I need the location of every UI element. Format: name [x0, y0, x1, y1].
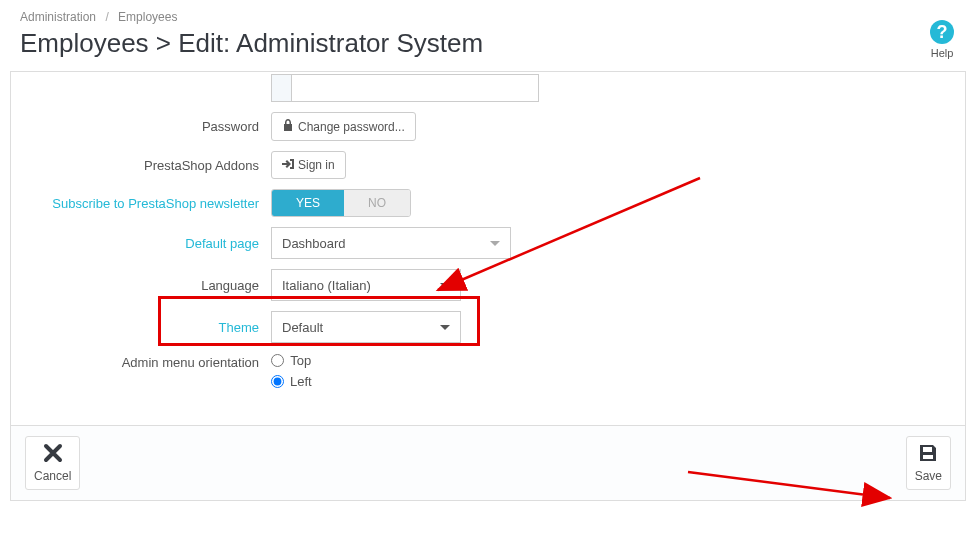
help-icon: ?	[930, 20, 954, 44]
sign-in-label: Sign in	[298, 158, 335, 172]
save-icon	[915, 443, 942, 467]
help-button[interactable]: ? Help	[930, 20, 954, 60]
row-email: Email address	[11, 74, 965, 102]
default-page-select[interactable]: Dashboard	[271, 227, 511, 259]
svg-rect-0	[928, 448, 930, 451]
save-label: Save	[915, 469, 942, 483]
orientation-top-label: Top	[290, 353, 311, 368]
panel-footer: Cancel Save	[11, 425, 965, 500]
breadcrumb: Administration / Employees	[20, 10, 956, 24]
row-orientation: Admin menu orientation Top Left	[11, 353, 965, 395]
addons-label: PrestaShop Addons	[11, 158, 271, 173]
breadcrumb-page[interactable]: Employees	[118, 10, 177, 24]
sign-in-icon	[282, 158, 294, 172]
breadcrumb-root[interactable]: Administration	[20, 10, 96, 24]
cancel-button[interactable]: Cancel	[25, 436, 80, 490]
language-select[interactable]: Italiano (Italian)	[271, 269, 461, 301]
chevron-down-icon	[440, 283, 450, 288]
change-password-button[interactable]: Change password...	[271, 112, 416, 141]
help-label: Help	[931, 47, 954, 59]
default-page-label[interactable]: Default page	[11, 236, 271, 251]
page-title: Employees > Edit: Administrator System	[20, 28, 956, 59]
language-value: Italiano (Italian)	[282, 278, 371, 293]
language-label: Language	[11, 278, 271, 293]
form-panel: Email address Password Change password..…	[10, 71, 966, 501]
orientation-left-label: Left	[290, 374, 312, 389]
change-password-label: Change password...	[298, 120, 405, 134]
row-default-page: Default page Dashboard	[11, 227, 965, 259]
chevron-down-icon	[490, 241, 500, 246]
toggle-yes[interactable]: YES	[272, 190, 344, 216]
default-page-value: Dashboard	[282, 236, 346, 251]
newsletter-label[interactable]: Subscribe to PrestaShop newsletter	[11, 196, 271, 211]
password-label: Password	[11, 119, 271, 134]
breadcrumb-sep: /	[105, 10, 108, 24]
save-button[interactable]: Save	[906, 436, 951, 490]
row-language: Language Italiano (Italian)	[11, 269, 965, 301]
chevron-down-icon	[440, 325, 450, 330]
email-input[interactable]	[291, 74, 539, 102]
lock-icon	[282, 119, 294, 134]
cancel-label: Cancel	[34, 469, 71, 483]
row-newsletter: Subscribe to PrestaShop newsletter YES N…	[11, 189, 965, 217]
page-header: Administration / Employees Employees > E…	[0, 0, 976, 71]
email-icon-box	[271, 74, 291, 102]
close-icon	[34, 443, 71, 467]
newsletter-toggle[interactable]: YES NO	[271, 189, 411, 217]
orientation-top-radio[interactable]	[271, 354, 284, 367]
theme-select[interactable]: Default	[271, 311, 461, 343]
row-password: Password Change password...	[11, 112, 965, 141]
row-theme: Theme Default	[11, 311, 965, 343]
orientation-left-option[interactable]: Left	[271, 374, 312, 389]
orientation-top-option[interactable]: Top	[271, 353, 311, 368]
orientation-label: Admin menu orientation	[11, 353, 271, 370]
orientation-left-radio[interactable]	[271, 375, 284, 388]
theme-value: Default	[282, 320, 323, 335]
sign-in-button[interactable]: Sign in	[271, 151, 346, 179]
row-addons: PrestaShop Addons Sign in	[11, 151, 965, 179]
theme-label[interactable]: Theme	[11, 320, 271, 335]
toggle-no[interactable]: NO	[344, 190, 410, 216]
form-area: Email address Password Change password..…	[11, 72, 965, 425]
